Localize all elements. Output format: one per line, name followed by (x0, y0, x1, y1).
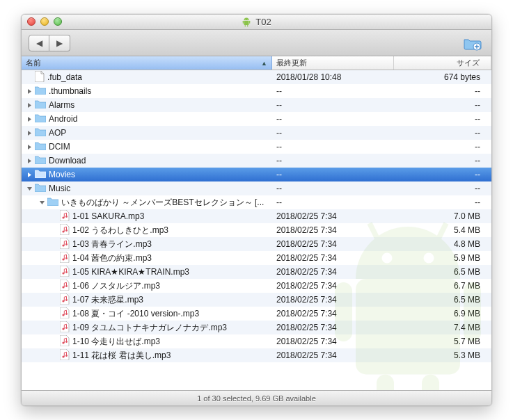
table-row[interactable]: 1-01 SAKURA.mp32018/02/25 7:347.0 MB (22, 209, 491, 223)
svg-point-31 (65, 313, 68, 315)
file-size: -- (394, 170, 491, 179)
file-size: 7.4 MB (394, 323, 491, 332)
svg-rect-11 (422, 375, 439, 391)
file-size: 674 bytes (394, 72, 491, 82)
disclosure-triangle-icon[interactable] (26, 115, 33, 123)
close-button[interactable] (27, 17, 35, 26)
table-row[interactable]: .fub_data2018/01/28 10:48674 bytes (22, 70, 491, 84)
back-button[interactable]: ◀ (29, 35, 49, 51)
folder-icon (35, 99, 49, 111)
table-row[interactable]: Download---- (22, 154, 491, 168)
disclosure-triangle-icon[interactable] (26, 143, 33, 151)
disclosure-triangle-icon (51, 268, 58, 276)
file-name: Download (49, 156, 86, 165)
table-row[interactable]: Music---- (22, 181, 491, 195)
table-row[interactable]: 1-02 うるわしきひと.mp32018/02/25 7:345.4 MB (22, 223, 491, 237)
table-row[interactable]: 1-06 ノスタルジア.mp32018/02/25 7:346.7 MB (22, 279, 491, 293)
table-row[interactable]: 1-04 茜色の約束.mp32018/02/25 7:345.9 MB (22, 251, 491, 265)
file-size: 5.9 MB (394, 253, 491, 263)
disclosure-triangle-icon (51, 241, 58, 248)
table-row[interactable]: .thumbnails---- (22, 84, 491, 98)
file-name: 1-09 タユムコトナキナガレノナカデ.mp3 (72, 322, 227, 334)
file-name: 1-10 今走り出せば.mp3 (72, 336, 160, 348)
file-name: 1-03 青春ライン.mp3 (72, 239, 152, 250)
forward-button[interactable]: ▶ (49, 35, 70, 51)
file-size: 5.3 MB (394, 350, 491, 360)
file-name: 1-02 うるわしきひと.mp3 (72, 225, 168, 236)
folder-icon (35, 155, 49, 166)
folder-icon (35, 86, 49, 97)
file-date: -- (272, 197, 394, 207)
file-size: -- (394, 86, 491, 96)
file-name: Android (49, 114, 77, 124)
table-row[interactable]: 1-05 KIRA★KIRA★TRAIN.mp32018/02/25 7:346… (22, 265, 491, 279)
svg-point-5 (248, 19, 248, 19)
table-row[interactable]: 1-11 花は桜 君は美し.mp32018/02/25 7:345.3 MB (22, 348, 491, 362)
table-row[interactable]: Alarms---- (22, 98, 491, 112)
folder-plus-icon (462, 35, 483, 51)
folder-icon (35, 127, 49, 138)
column-header: 名前 ▲ 最終更新 サイズ (22, 56, 491, 70)
music-file-icon (60, 321, 72, 334)
table-row[interactable]: 1-10 今走り出せば.mp32018/02/25 7:345.7 MB (22, 334, 491, 348)
file-date: -- (272, 114, 394, 124)
disclosure-triangle-icon (51, 213, 58, 220)
column-name[interactable]: 名前 ▲ (22, 56, 272, 70)
file-date: 2018/02/25 7:34 (272, 253, 394, 263)
disclosure-triangle-icon (51, 352, 58, 360)
column-date[interactable]: 最終更新 (272, 56, 394, 70)
table-row[interactable]: Android---- (22, 112, 491, 126)
file-size: 6.5 MB (394, 295, 491, 305)
file-date: -- (272, 184, 394, 193)
folder-icon (35, 113, 49, 124)
file-date: 2018/02/25 7:34 (272, 239, 394, 249)
file-name: 1-08 夏・コイ -2010 version-.mp3 (72, 308, 199, 320)
status-text: 1 of 30 selected, 9.69 GB available (197, 394, 316, 403)
file-date: 2018/02/25 7:34 (272, 350, 394, 360)
file-name: .thumbnails (49, 86, 91, 96)
column-name-label: 名前 (26, 58, 41, 68)
table-row[interactable]: DCIM---- (22, 140, 491, 154)
disclosure-triangle-icon[interactable] (26, 171, 33, 179)
folder-icon (35, 141, 49, 152)
window-title: T02 (255, 17, 271, 27)
disclosure-triangle-icon[interactable] (26, 157, 33, 165)
file-name: DCIM (49, 142, 70, 152)
disclosure-triangle-icon[interactable] (26, 185, 33, 193)
table-row[interactable]: いきものばかり ～メンバーズBESTセレクション～ [...---- (22, 195, 491, 209)
new-folder-button[interactable] (461, 34, 484, 52)
file-name: いきものばかり ～メンバーズBESTセレクション～ [... (61, 197, 264, 209)
table-row[interactable]: 1-09 タユムコトナキナガレノナカデ.mp32018/02/25 7:347.… (22, 321, 491, 334)
table-row[interactable]: 1-03 青春ライン.mp32018/02/25 7:344.8 MB (22, 237, 491, 251)
svg-point-19 (65, 229, 68, 232)
file-size: -- (394, 184, 491, 193)
zoom-button[interactable] (54, 17, 62, 26)
svg-point-27 (65, 285, 68, 287)
column-size[interactable]: サイズ (394, 56, 491, 70)
sort-indicator-icon: ▲ (261, 60, 267, 67)
table-row[interactable]: 1-07 未来惑星.mp32018/02/25 7:346.5 MB (22, 293, 491, 307)
file-name: AOP (49, 128, 66, 138)
chevron-left-icon: ◀ (36, 38, 42, 48)
disclosure-triangle-icon (26, 74, 33, 81)
disclosure-triangle-icon[interactable] (38, 199, 46, 207)
disclosure-triangle-icon (51, 255, 58, 262)
svg-rect-1 (249, 20, 250, 23)
chevron-right-icon: ▶ (56, 38, 63, 48)
file-size: 6.5 MB (394, 267, 491, 277)
table-row[interactable]: Movies---- (22, 168, 491, 181)
disclosure-triangle-icon[interactable] (26, 129, 33, 137)
svg-point-23 (65, 257, 68, 259)
file-list[interactable]: .fub_data2018/01/28 10:48674 bytes.thumb… (22, 70, 491, 390)
file-size: 5.7 MB (394, 337, 491, 346)
table-row[interactable]: AOP---- (22, 126, 491, 140)
svg-point-21 (65, 243, 68, 245)
svg-point-25 (65, 271, 68, 273)
file-date: -- (272, 100, 394, 110)
disclosure-triangle-icon[interactable] (26, 102, 33, 109)
disclosure-triangle-icon[interactable] (26, 88, 33, 95)
table-row[interactable]: 1-08 夏・コイ -2010 version-.mp32018/02/25 7… (22, 307, 491, 321)
disclosure-triangle-icon (51, 324, 58, 332)
minimize-button[interactable] (40, 17, 49, 26)
file-date: 2018/02/25 7:34 (272, 337, 394, 346)
